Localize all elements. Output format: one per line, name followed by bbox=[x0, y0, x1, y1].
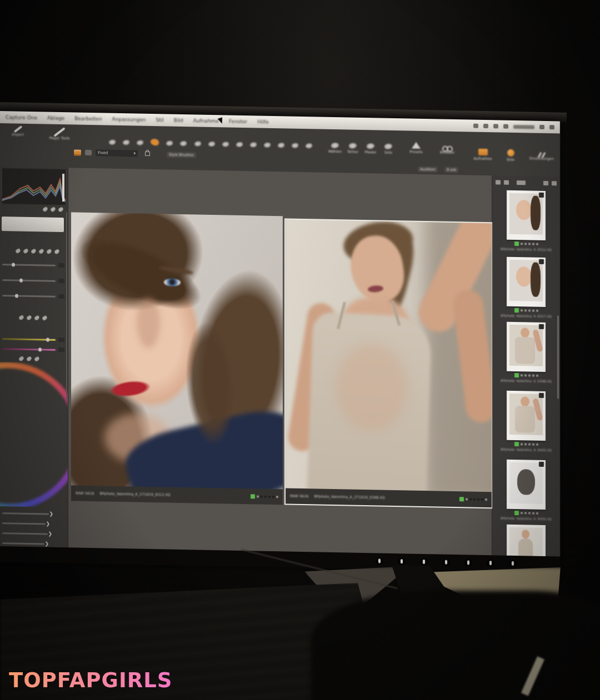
wifi-icon[interactable] bbox=[503, 124, 508, 129]
green-tag-badge[interactable] bbox=[514, 241, 519, 246]
green-tag-badge[interactable] bbox=[514, 308, 519, 313]
slider-brightness[interactable] bbox=[2, 292, 64, 300]
search-icon[interactable] bbox=[543, 181, 548, 185]
filmstrip-thumb-1[interactable]: BPphoto_Valentina_A_0312.IIQ bbox=[492, 190, 560, 251]
filmstrip-thumb-4[interactable]: BPphoto_Valentina_A_0402.IIQ bbox=[492, 390, 560, 452]
star-icon[interactable] bbox=[264, 496, 267, 498]
mask-brush-tool-icon[interactable] bbox=[222, 142, 229, 147]
photo-1-rating[interactable] bbox=[251, 494, 278, 499]
star-icon[interactable] bbox=[477, 498, 479, 501]
star-icon[interactable] bbox=[268, 496, 271, 498]
star-icon[interactable] bbox=[469, 498, 472, 500]
zoom-dropdown[interactable]: Fixed ▾ bbox=[96, 149, 138, 157]
photo-2-image[interactable] bbox=[286, 219, 492, 492]
import-button[interactable]: Import bbox=[1, 128, 34, 137]
menu-item-adjustments[interactable]: Anpassungen bbox=[112, 117, 146, 123]
pan-tool-icon[interactable] bbox=[109, 140, 116, 145]
star-icon[interactable] bbox=[473, 498, 476, 501]
wheel-tools[interactable] bbox=[19, 357, 39, 361]
capture-folder-button[interactable]: Aufnahme bbox=[468, 148, 498, 161]
menu-item-app[interactable]: Capture One bbox=[6, 114, 37, 120]
base-characteristics-bar[interactable] bbox=[2, 216, 64, 232]
star-icon[interactable] bbox=[257, 495, 259, 497]
loupe-view-button[interactable] bbox=[85, 150, 92, 155]
color-tag-icon[interactable] bbox=[276, 496, 278, 498]
list-view-icon[interactable] bbox=[504, 180, 509, 185]
heal-tool-icon[interactable] bbox=[194, 141, 201, 146]
chevron-right-icon[interactable]: ❯ bbox=[48, 531, 52, 537]
styles-button[interactable]: Stile bbox=[496, 149, 526, 162]
straighten-tool-icon[interactable] bbox=[180, 141, 187, 146]
chevron-right-icon[interactable]: ❯ bbox=[46, 521, 50, 527]
menu-item-capture[interactable]: Aufnahme bbox=[193, 118, 219, 124]
panel-scrollbar[interactable] bbox=[66, 212, 67, 401]
color-balance-wheel[interactable] bbox=[0, 362, 68, 507]
star-icon[interactable] bbox=[272, 496, 274, 498]
select-tool-icon[interactable] bbox=[123, 140, 129, 145]
grid-view-icon[interactable] bbox=[496, 180, 501, 184]
thumb-3-rating[interactable] bbox=[492, 372, 560, 378]
filmstrip-thumb-5[interactable]: BPphoto_Valentina_A_0455.IIQ bbox=[492, 459, 560, 521]
filmstrip-thumb-3[interactable]: BPphoto_Valentina_A_0398.IIQ bbox=[492, 321, 560, 383]
star-icon[interactable] bbox=[466, 498, 468, 500]
slider-dehaze[interactable]: ❯ bbox=[2, 530, 52, 537]
crop-tool-icon-active[interactable] bbox=[151, 139, 159, 145]
tether-button[interactable]: Tether bbox=[344, 143, 361, 154]
photo-2-rating[interactable] bbox=[459, 497, 487, 502]
color-balance-tools[interactable] bbox=[19, 316, 47, 320]
select-variants-button[interactable]: Wählen bbox=[327, 143, 343, 154]
control-center-icon[interactable] bbox=[549, 125, 554, 129]
eraser-tool-icon[interactable] bbox=[236, 142, 243, 147]
menu-item-edit[interactable]: Bearbeiten bbox=[74, 115, 102, 122]
menu-item-window[interactable]: Fenster bbox=[229, 119, 247, 125]
slider-saturation[interactable] bbox=[2, 335, 64, 343]
browser-button[interactable]: Browser bbox=[432, 143, 462, 155]
menu-item-image[interactable]: Bild bbox=[174, 118, 183, 123]
menu-item-file[interactable]: Ablage bbox=[47, 115, 64, 122]
filmstrip-scrollbar[interactable] bbox=[557, 315, 559, 399]
filter-icon[interactable] bbox=[552, 181, 557, 185]
radial-mask-tool-icon[interactable] bbox=[264, 143, 271, 148]
gradient-mask-tool-icon[interactable] bbox=[250, 142, 257, 147]
chevron-right-icon[interactable]: ❯ bbox=[49, 511, 53, 517]
presets-button[interactable]: Presets bbox=[401, 142, 431, 154]
keyboard-icon[interactable] bbox=[473, 124, 478, 128]
shutter-label[interactable]: Auslöser bbox=[418, 167, 438, 173]
search-icon[interactable] bbox=[539, 125, 544, 129]
filmstrip-thumb-2[interactable]: BPphoto_Valentina_A_0317.IIQ bbox=[492, 256, 560, 318]
grid-view-button[interactable] bbox=[74, 149, 81, 155]
color-picker-tool-icon[interactable] bbox=[278, 143, 284, 148]
slider-contrast[interactable] bbox=[2, 276, 64, 284]
clone-tool-icon[interactable] bbox=[208, 142, 215, 147]
spot-tool-icon[interactable] bbox=[292, 143, 298, 148]
lock-icon[interactable] bbox=[145, 152, 150, 156]
zoom-tool-icon[interactable] bbox=[137, 140, 143, 145]
green-tag-badge[interactable] bbox=[459, 497, 464, 501]
chevron-right-icon[interactable]: ❯ bbox=[44, 541, 49, 546]
sort-icon[interactable] bbox=[517, 180, 526, 185]
star-icon[interactable] bbox=[481, 498, 483, 501]
sets-button[interactable]: Sets bbox=[380, 144, 397, 155]
thumb-4-rating[interactable] bbox=[492, 441, 560, 447]
mask-button[interactable]: Maske bbox=[362, 143, 379, 155]
bluetooth-icon[interactable] bbox=[493, 124, 498, 128]
color-tag-icon[interactable] bbox=[485, 498, 487, 501]
settings-button[interactable]: Einstellungen bbox=[524, 149, 559, 161]
white-balance-tools[interactable] bbox=[16, 249, 59, 254]
histogram-tool-icons[interactable] bbox=[43, 207, 63, 211]
photo-1-image[interactable] bbox=[71, 212, 283, 489]
slider-clarity[interactable]: ❯ bbox=[2, 510, 53, 517]
green-tag-badge[interactable] bbox=[514, 373, 519, 377]
magic-tools-button[interactable]: Magic Tools bbox=[40, 130, 79, 140]
display-icon[interactable] bbox=[483, 124, 488, 128]
menu-item-help[interactable]: Hilfe bbox=[257, 119, 268, 124]
thumb-2-rating[interactable] bbox=[492, 308, 560, 313]
slider-exposure[interactable] bbox=[2, 261, 64, 269]
annotate-tool-icon[interactable] bbox=[306, 143, 312, 148]
photo-card-1[interactable]: RAW 5616 BPphoto_Valentina_A_271019_0312… bbox=[71, 212, 283, 505]
slider-structure[interactable]: ❯ bbox=[2, 520, 50, 527]
green-tag-badge[interactable] bbox=[514, 442, 519, 446]
green-tag-badge[interactable] bbox=[514, 511, 519, 515]
photo-card-2-selected[interactable]: RAW 5616 BPphoto_Valentina_A_271019_0398… bbox=[286, 219, 492, 507]
thumb-1-rating[interactable] bbox=[492, 241, 560, 246]
